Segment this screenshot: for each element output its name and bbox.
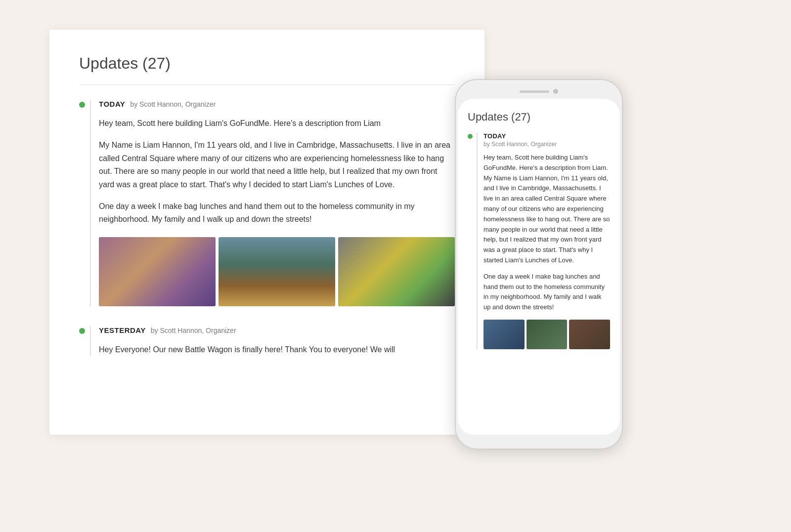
- phone-dot-column: [468, 132, 473, 139]
- phone-notch-line: [520, 90, 549, 93]
- phone-green-dot: [468, 134, 473, 139]
- phone-update-day: TODAY: [483, 132, 610, 140]
- phone-notch-bar: [458, 89, 620, 94]
- phone-image-2: [527, 320, 568, 349]
- phone-screen: Updates (27) TODAY by Scott Hannon, Orga…: [458, 99, 620, 435]
- update-author-today: by Scott Hannon, Organizer: [130, 100, 216, 108]
- update-header-yesterday: YESTERDAY by Scott Hannon, Organizer: [99, 326, 455, 334]
- phone-updates-title: Updates (27): [468, 111, 610, 123]
- update-para-yesterday-1: Hey Everyone! Our new Battle Wagon is fi…: [99, 343, 455, 356]
- update-header-today: TODAY by Scott Hannon, Organizer: [99, 100, 455, 108]
- phone-update-author: by Scott Hannon, Organizer: [483, 141, 610, 148]
- update-entry-yesterday: YESTERDAY by Scott Hannon, Organizer Hey…: [79, 326, 455, 356]
- update-day-today: TODAY: [99, 100, 125, 108]
- divider: [79, 84, 455, 85]
- phone-update-content-today: TODAY by Scott Hannon, Organizer Hey tea…: [477, 132, 610, 349]
- update-text-today: Hey team, Scott here building Liam's GoF…: [99, 117, 455, 226]
- phone-para-2: One day a week I make bag lunches and ha…: [483, 272, 610, 313]
- update-para-3: One day a week I make bag lunches and ha…: [99, 200, 455, 226]
- update-content-yesterday: YESTERDAY by Scott Hannon, Organizer Hey…: [90, 326, 455, 356]
- update-text-yesterday: Hey Everyone! Our new Battle Wagon is fi…: [99, 343, 455, 356]
- phone-camera: [553, 89, 558, 94]
- green-dot: [79, 102, 85, 108]
- updates-title: Updates (27): [79, 54, 455, 73]
- phone-mockup: Updates (27) TODAY by Scott Hannon, Orga…: [455, 79, 623, 450]
- image-abstract: [338, 237, 455, 306]
- desktop-card: Updates (27) TODAY by Scott Hannon, Orga…: [49, 30, 484, 435]
- phone-image-1: [483, 320, 525, 349]
- phone-update-entry-today: TODAY by Scott Hannon, Organizer Hey tea…: [468, 132, 610, 349]
- dot-column-yesterday: [79, 326, 85, 334]
- image-sky: [99, 237, 216, 306]
- update-para-1: Hey team, Scott here building Liam's GoF…: [99, 117, 455, 130]
- update-content-today: TODAY by Scott Hannon, Organizer Hey tea…: [90, 100, 455, 306]
- green-dot-yesterday: [79, 328, 85, 334]
- phone-image-3: [569, 320, 610, 349]
- update-day-yesterday: YESTERDAY: [99, 326, 146, 334]
- update-entry-today: TODAY by Scott Hannon, Organizer Hey tea…: [79, 100, 455, 306]
- phone-update-text: Hey team, Scott here building Liam's GoF…: [483, 153, 610, 313]
- phone-images: [483, 320, 610, 349]
- image-mountain: [219, 237, 335, 306]
- update-author-yesterday: by Scott Hannon, Organizer: [151, 327, 236, 334]
- update-images-today: [99, 237, 455, 306]
- phone-para-1: Hey team, Scott here building Liam's GoF…: [483, 153, 610, 266]
- update-para-2: My Name is Liam Hannon, I'm 11 years old…: [99, 139, 455, 191]
- scene: Updates (27) TODAY by Scott Hannon, Orga…: [49, 30, 742, 435]
- dot-column: [79, 100, 85, 108]
